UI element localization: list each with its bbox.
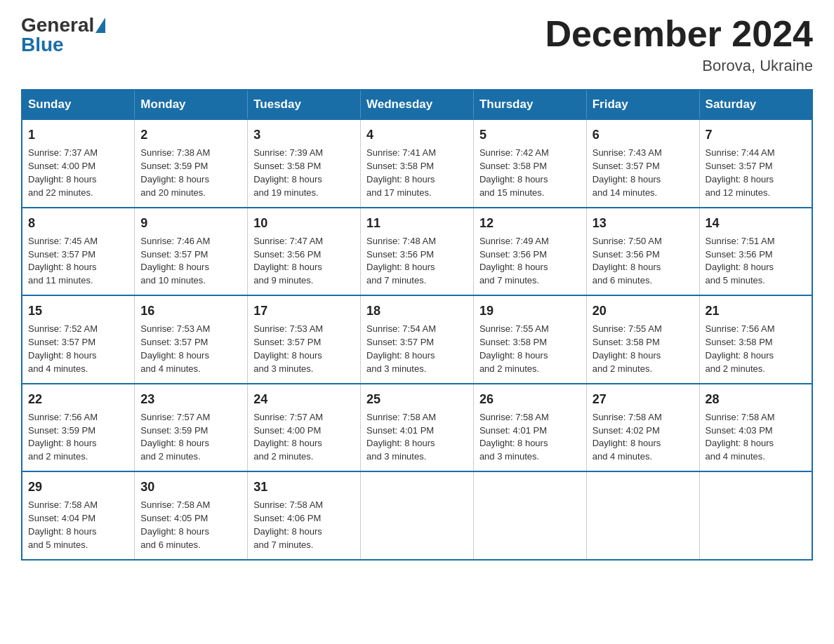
calendar-day-cell: 23Sunrise: 7:57 AMSunset: 3:59 PMDayligh… (135, 384, 248, 471)
day-info: Sunrise: 7:58 AMSunset: 4:01 PMDaylight:… (366, 411, 468, 464)
calendar-body: 1Sunrise: 7:37 AMSunset: 4:00 PMDaylight… (22, 119, 812, 559)
calendar-day-cell: 1Sunrise: 7:37 AMSunset: 4:00 PMDaylight… (22, 119, 135, 207)
calendar-day-cell (586, 471, 699, 559)
day-number: 13 (593, 214, 694, 232)
day-number: 9 (140, 214, 241, 232)
day-number: 17 (253, 302, 355, 320)
calendar-day-cell: 10Sunrise: 7:47 AMSunset: 3:56 PMDayligh… (248, 208, 361, 295)
calendar-week-row: 1Sunrise: 7:37 AMSunset: 4:00 PMDaylight… (22, 119, 812, 207)
day-number: 22 (28, 390, 128, 408)
day-number: 5 (479, 126, 581, 144)
calendar-week-row: 15Sunrise: 7:52 AMSunset: 3:57 PMDayligh… (22, 295, 812, 383)
day-info: Sunrise: 7:46 AMSunset: 3:57 PMDaylight:… (140, 235, 241, 288)
day-number: 24 (253, 390, 355, 408)
day-number: 20 (593, 302, 694, 320)
day-info: Sunrise: 7:41 AMSunset: 3:58 PMDaylight:… (366, 147, 468, 199)
title-area: December 2024 Borova, Ukraine (545, 14, 813, 75)
day-of-week-header: Friday (586, 90, 699, 119)
calendar-day-cell: 29Sunrise: 7:58 AMSunset: 4:04 PMDayligh… (22, 471, 135, 559)
day-info: Sunrise: 7:57 AMSunset: 4:00 PMDaylight:… (253, 411, 355, 464)
day-number: 12 (479, 214, 581, 232)
day-info: Sunrise: 7:53 AMSunset: 3:57 PMDaylight:… (253, 323, 355, 375)
day-info: Sunrise: 7:51 AMSunset: 3:56 PMDaylight:… (706, 235, 806, 288)
calendar-day-cell (473, 471, 586, 559)
calendar-day-cell: 8Sunrise: 7:45 AMSunset: 3:57 PMDaylight… (22, 208, 135, 295)
calendar-day-cell (699, 471, 812, 559)
day-number: 25 (366, 390, 468, 408)
day-number: 4 (366, 126, 468, 144)
day-number: 19 (479, 302, 581, 320)
day-of-week-header: Monday (135, 90, 248, 119)
day-info: Sunrise: 7:54 AMSunset: 3:57 PMDaylight:… (366, 323, 468, 375)
day-number: 30 (140, 478, 241, 496)
day-number: 23 (140, 390, 241, 408)
day-info: Sunrise: 7:49 AMSunset: 3:56 PMDaylight:… (479, 235, 581, 288)
calendar-week-row: 22Sunrise: 7:56 AMSunset: 3:59 PMDayligh… (22, 384, 812, 471)
day-of-week-header: Thursday (473, 90, 586, 119)
calendar-day-cell: 25Sunrise: 7:58 AMSunset: 4:01 PMDayligh… (361, 384, 474, 471)
calendar-day-cell: 6Sunrise: 7:43 AMSunset: 3:57 PMDaylight… (586, 119, 699, 207)
day-info: Sunrise: 7:58 AMSunset: 4:03 PMDaylight:… (706, 411, 806, 464)
calendar-header: SundayMondayTuesdayWednesdayThursdayFrid… (22, 90, 812, 119)
calendar-day-cell: 20Sunrise: 7:55 AMSunset: 3:58 PMDayligh… (586, 295, 699, 383)
day-of-week-header: Wednesday (361, 90, 474, 119)
calendar-day-cell: 7Sunrise: 7:44 AMSunset: 3:57 PMDaylight… (699, 119, 812, 207)
day-info: Sunrise: 7:42 AMSunset: 3:58 PMDaylight:… (479, 147, 581, 199)
day-info: Sunrise: 7:43 AMSunset: 3:57 PMDaylight:… (593, 147, 694, 199)
page-header: General Blue December 2024 Borova, Ukrai… (21, 14, 813, 75)
calendar-day-cell: 30Sunrise: 7:58 AMSunset: 4:05 PMDayligh… (135, 471, 248, 559)
day-info: Sunrise: 7:52 AMSunset: 3:57 PMDaylight:… (28, 323, 128, 375)
logo-triangle-icon (95, 18, 105, 33)
day-number: 26 (479, 390, 581, 408)
day-of-week-header: Sunday (22, 90, 135, 119)
day-number: 2 (140, 126, 241, 144)
day-info: Sunrise: 7:57 AMSunset: 3:59 PMDaylight:… (140, 411, 241, 464)
calendar-day-cell: 16Sunrise: 7:53 AMSunset: 3:57 PMDayligh… (135, 295, 248, 383)
day-info: Sunrise: 7:39 AMSunset: 3:58 PMDaylight:… (253, 147, 355, 199)
day-number: 10 (253, 214, 355, 232)
month-title: December 2024 (545, 14, 813, 54)
calendar-day-cell: 4Sunrise: 7:41 AMSunset: 3:58 PMDaylight… (361, 119, 474, 207)
day-number: 3 (253, 126, 355, 144)
day-info: Sunrise: 7:53 AMSunset: 3:57 PMDaylight:… (140, 323, 241, 375)
day-info: Sunrise: 7:55 AMSunset: 3:58 PMDaylight:… (479, 323, 581, 375)
calendar-day-cell: 22Sunrise: 7:56 AMSunset: 3:59 PMDayligh… (22, 384, 135, 471)
day-number: 7 (706, 126, 806, 144)
logo-blue-text: Blue (21, 34, 64, 55)
day-info: Sunrise: 7:58 AMSunset: 4:04 PMDaylight:… (28, 499, 128, 551)
day-number: 31 (253, 478, 355, 496)
day-number: 8 (28, 214, 128, 232)
day-info: Sunrise: 7:48 AMSunset: 3:56 PMDaylight:… (366, 235, 468, 288)
logo: General Blue (21, 14, 107, 56)
day-number: 6 (593, 126, 694, 144)
calendar-day-cell: 15Sunrise: 7:52 AMSunset: 3:57 PMDayligh… (22, 295, 135, 383)
calendar-day-cell: 31Sunrise: 7:58 AMSunset: 4:06 PMDayligh… (248, 471, 361, 559)
day-number: 16 (140, 302, 241, 320)
day-info: Sunrise: 7:38 AMSunset: 3:59 PMDaylight:… (140, 147, 241, 199)
calendar-table: SundayMondayTuesdayWednesdayThursdayFrid… (21, 89, 813, 560)
day-number: 27 (593, 390, 694, 408)
day-number: 28 (706, 390, 806, 408)
calendar-day-cell: 12Sunrise: 7:49 AMSunset: 3:56 PMDayligh… (473, 208, 586, 295)
calendar-day-cell: 2Sunrise: 7:38 AMSunset: 3:59 PMDaylight… (135, 119, 248, 207)
day-info: Sunrise: 7:44 AMSunset: 3:57 PMDaylight:… (706, 147, 806, 199)
day-info: Sunrise: 7:50 AMSunset: 3:56 PMDaylight:… (593, 235, 694, 288)
day-info: Sunrise: 7:58 AMSunset: 4:01 PMDaylight:… (479, 411, 581, 464)
day-number: 14 (706, 214, 806, 232)
calendar-day-cell: 9Sunrise: 7:46 AMSunset: 3:57 PMDaylight… (135, 208, 248, 295)
calendar-day-cell: 21Sunrise: 7:56 AMSunset: 3:58 PMDayligh… (699, 295, 812, 383)
day-info: Sunrise: 7:58 AMSunset: 4:06 PMDaylight:… (253, 499, 355, 551)
calendar-day-cell: 28Sunrise: 7:58 AMSunset: 4:03 PMDayligh… (699, 384, 812, 471)
calendar-day-cell: 3Sunrise: 7:39 AMSunset: 3:58 PMDaylight… (248, 119, 361, 207)
calendar-day-cell: 27Sunrise: 7:58 AMSunset: 4:02 PMDayligh… (586, 384, 699, 471)
location-label: Borova, Ukraine (545, 57, 813, 75)
calendar-day-cell: 13Sunrise: 7:50 AMSunset: 3:56 PMDayligh… (586, 208, 699, 295)
calendar-day-cell: 18Sunrise: 7:54 AMSunset: 3:57 PMDayligh… (361, 295, 474, 383)
day-number: 18 (366, 302, 468, 320)
day-info: Sunrise: 7:45 AMSunset: 3:57 PMDaylight:… (28, 235, 128, 288)
day-of-week-header: Saturday (699, 90, 812, 119)
day-number: 29 (28, 478, 128, 496)
day-of-week-header: Tuesday (248, 90, 361, 119)
day-info: Sunrise: 7:55 AMSunset: 3:58 PMDaylight:… (593, 323, 694, 375)
calendar-day-cell: 24Sunrise: 7:57 AMSunset: 4:00 PMDayligh… (248, 384, 361, 471)
